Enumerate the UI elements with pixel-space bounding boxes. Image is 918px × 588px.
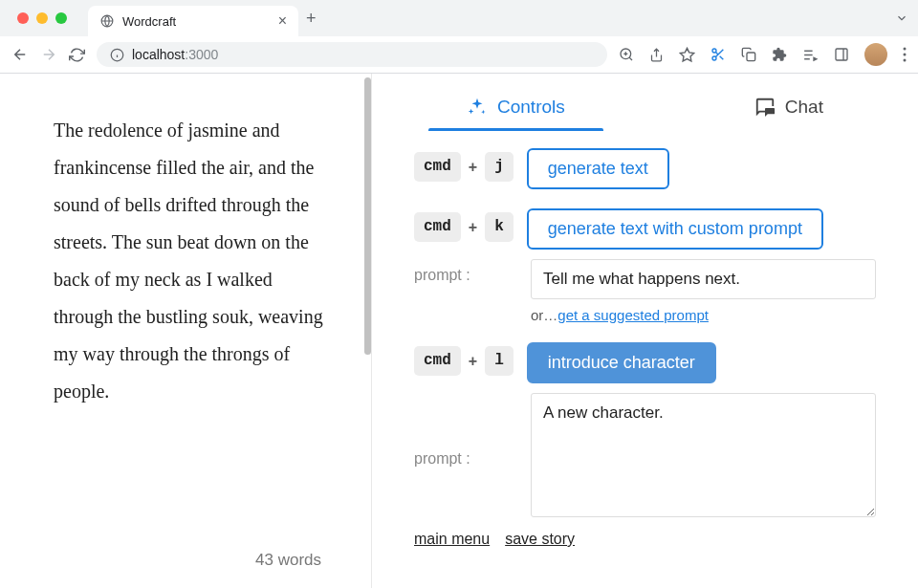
svg-point-21 <box>904 54 907 56</box>
svg-marker-8 <box>680 48 693 60</box>
star-icon[interactable] <box>679 47 695 63</box>
tab-controls[interactable]: Controls <box>428 89 603 131</box>
globe-icon <box>99 13 115 29</box>
svg-point-9 <box>712 49 716 53</box>
share-icon[interactable] <box>649 48 664 62</box>
tab-bar: Wordcraft × + <box>0 0 918 36</box>
browser-chrome: Wordcraft × + localhost:3000 <box>0 0 918 74</box>
prompt-label: prompt : <box>414 443 517 468</box>
key-k: k <box>485 212 514 242</box>
svg-line-12 <box>720 56 724 60</box>
zoom-icon[interactable] <box>619 47 634 62</box>
tab-chat-label: Chat <box>785 97 823 118</box>
maximize-window-button[interactable] <box>55 12 67 24</box>
app-content: The redolence of jasmine and frankincens… <box>0 74 918 588</box>
key-j: j <box>485 152 514 182</box>
keycombo-l: cmd + l <box>414 342 514 376</box>
key-cmd: cmd <box>414 152 461 182</box>
key-cmd: cmd <box>414 212 461 242</box>
prompt-label: prompt : <box>414 259 517 284</box>
keycombo-k: cmd + k <box>414 208 514 242</box>
plus-sign: + <box>469 219 477 236</box>
or-text: or… <box>531 307 557 323</box>
prompt-row-2: prompt : <box>414 393 876 517</box>
svg-point-10 <box>712 56 716 60</box>
profile-avatar[interactable] <box>864 43 887 66</box>
chevron-down-icon[interactable] <box>895 11 908 25</box>
prompt-input-2[interactable] <box>531 393 876 517</box>
controls-pane: Controls Chat cmd + j generate text <box>372 74 918 588</box>
story-text[interactable]: The redolence of jasmine and frankincens… <box>54 112 325 410</box>
story-pane: The redolence of jasmine and frankincens… <box>0 74 371 588</box>
url-port: :3000 <box>185 47 218 62</box>
sparkle-icon <box>467 97 488 118</box>
svg-rect-18 <box>836 49 847 60</box>
plus-sign: + <box>469 159 477 176</box>
tab-title: Wordcraft <box>122 14 271 29</box>
word-count: 43 words <box>54 532 325 570</box>
toolbar-icons <box>619 43 907 66</box>
keycombo-j: cmd + j <box>414 148 514 182</box>
site-info-icon[interactable] <box>110 48 124 62</box>
back-button[interactable] <box>11 46 29 63</box>
url-input[interactable]: localhost:3000 <box>97 42 607 67</box>
address-bar: localhost:3000 <box>0 36 918 73</box>
close-tab-icon[interactable]: × <box>278 12 287 30</box>
controls-body: cmd + j generate text cmd + k generate t… <box>372 131 918 588</box>
key-cmd: cmd <box>414 346 461 376</box>
svg-point-22 <box>904 59 907 62</box>
reload-button[interactable] <box>69 47 85 63</box>
close-window-button[interactable] <box>17 12 29 24</box>
extensions-icon[interactable] <box>772 47 787 62</box>
svg-line-5 <box>629 57 632 60</box>
control-row-character: cmd + l introduce character <box>414 342 876 383</box>
tab-strip: Controls Chat <box>372 74 918 131</box>
tab-controls-label: Controls <box>497 97 565 118</box>
prompt-input-1[interactable] <box>531 259 876 299</box>
prompt-row-1: prompt : <box>414 259 876 299</box>
footer-links: main menu save story <box>414 525 876 559</box>
forward-button[interactable] <box>40 46 57 63</box>
plus-sign: + <box>469 353 477 370</box>
copy-icon[interactable] <box>741 47 756 62</box>
generate-custom-button[interactable]: generate text with custom prompt <box>527 208 823 250</box>
svg-rect-14 <box>747 53 755 61</box>
svg-line-13 <box>715 52 718 54</box>
sidepanel-icon[interactable] <box>834 47 849 62</box>
tab-chat[interactable]: Chat <box>716 89 862 131</box>
window-controls <box>10 12 75 24</box>
main-menu-link[interactable]: main menu <box>414 531 490 548</box>
minimize-window-button[interactable] <box>36 12 48 24</box>
chat-icon <box>754 97 776 118</box>
url-host: localhost <box>132 47 185 62</box>
or-row: or…get a suggested prompt <box>531 307 876 323</box>
scrollbar[interactable] <box>364 77 371 355</box>
generate-text-button[interactable]: generate text <box>527 148 669 189</box>
control-row-custom: cmd + k generate text with custom prompt <box>414 208 876 250</box>
svg-point-20 <box>904 48 907 51</box>
key-l: l <box>485 346 514 376</box>
control-row-generate: cmd + j generate text <box>414 148 876 189</box>
introduce-character-button[interactable]: introduce character <box>527 342 716 383</box>
menu-icon[interactable] <box>903 47 907 62</box>
scissors-icon[interactable] <box>710 47 726 62</box>
suggested-prompt-link[interactable]: get a suggested prompt <box>557 307 709 323</box>
new-tab-button[interactable]: + <box>306 9 317 29</box>
browser-tab[interactable]: Wordcraft × <box>88 6 298 36</box>
save-story-link[interactable]: save story <box>505 531 575 548</box>
playlist-icon[interactable] <box>802 47 819 63</box>
